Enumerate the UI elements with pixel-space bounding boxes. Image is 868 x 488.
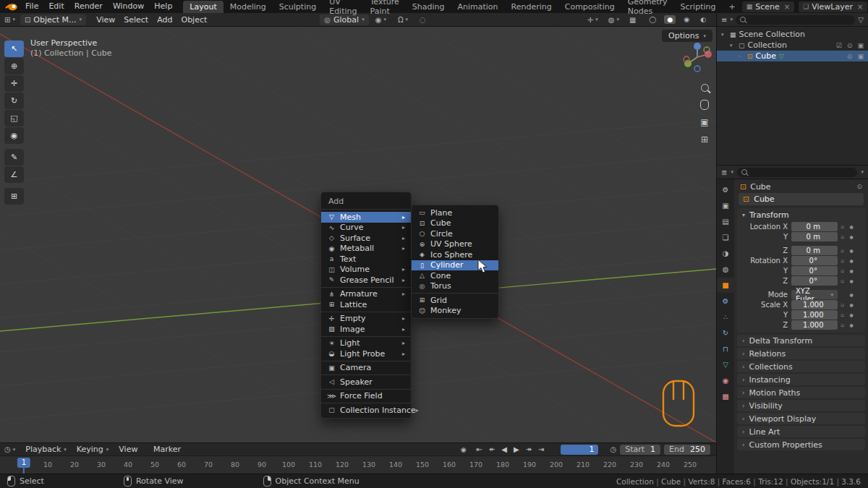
object-data-tab[interactable]: ▽	[717, 357, 735, 372]
transform-value-field[interactable]: 1.000 ▾	[791, 300, 838, 309]
viewport-menu[interactable]: Select	[119, 15, 153, 25]
transform-value-field[interactable]: XYZ Euler ▾	[791, 290, 838, 299]
transform-value-field[interactable]: 1.000 ▾	[791, 320, 838, 330]
menu-item-uv-sphere[interactable]: ⊕ UV Sphere	[412, 239, 498, 250]
scale-tool[interactable]: ◱	[4, 110, 24, 127]
menu-item-volume[interactable]: ◫ Volume ▸	[321, 265, 411, 275]
timeline-ruler[interactable]: 1020304050607080901001101201301401501601…	[0, 455, 716, 474]
menu-item-empty[interactable]: ✛ Empty ▸	[321, 314, 411, 325]
timeline-editor-selector[interactable]: ◷ ▾	[4, 445, 15, 453]
workspace-tab[interactable]: Layout	[183, 1, 223, 13]
decorate-icon[interactable]: ●	[847, 224, 856, 229]
disclosure-triangle-icon[interactable]: ▾	[730, 43, 736, 48]
outliner-row-scene-collection[interactable]: ▾ ▦ Scene Collection	[717, 29, 868, 40]
workspace-tab[interactable]: Sculpting	[273, 1, 323, 13]
menu-item-image[interactable]: ▨ Image ▸	[321, 324, 411, 337]
transform-value-field[interactable]: 0° ▾	[791, 266, 838, 275]
menu-item-plane[interactable]: ▭ Plane	[412, 207, 498, 218]
properties-search-input[interactable]	[737, 168, 858, 177]
collapsed-panel[interactable]: › Instancing	[737, 374, 865, 385]
material-preview-shading-button[interactable]: ◉	[681, 15, 692, 24]
workspace-tab[interactable]: Geometry Nodes	[621, 0, 674, 17]
transform-tool[interactable]: ◉	[4, 127, 24, 144]
lock-icon[interactable]: ▫	[838, 278, 847, 284]
pan-button[interactable]	[699, 99, 710, 111]
collapsed-panel[interactable]: › Viewport Display	[737, 413, 865, 424]
topbar-menu[interactable]: Edit	[43, 0, 69, 13]
transform-value-field[interactable]: 0° ▾	[791, 256, 838, 265]
disable-render-icon[interactable]: ▣	[857, 42, 864, 49]
gizmos-toggle[interactable]: ✛ ▾	[587, 16, 598, 24]
menu-item-text[interactable]: a Text ▸	[321, 254, 411, 265]
transform-value-field[interactable]: 0 m ▾	[791, 246, 838, 255]
output-tab[interactable]: ▤	[717, 214, 735, 229]
auto-keying-toggle[interactable]: ◉	[461, 446, 467, 453]
menu-item-cube[interactable]: ⊡ Cube	[412, 218, 498, 229]
collapsed-panel[interactable]: › Motion Paths	[737, 387, 865, 398]
menu-item-metaball[interactable]: ◉ Metaball ▸	[321, 244, 411, 254]
transform-value-field[interactable]: 0 m ▾	[791, 222, 838, 231]
viewlayer-selector[interactable]: ❏ ViewLayer ×	[799, 1, 867, 12]
workspace-tab[interactable]: Shading	[406, 1, 451, 13]
lock-icon[interactable]: ▫	[838, 302, 847, 308]
editor-type-selector[interactable]: ⊞ ▾	[4, 16, 15, 24]
overlays-toggle[interactable]: ◍ ▾	[608, 16, 619, 24]
navigation-gizmo[interactable]	[681, 40, 713, 73]
zoom-button[interactable]	[699, 82, 710, 93]
decorate-icon[interactable]: ●	[847, 302, 856, 307]
topbar-menu[interactable]: File	[20, 0, 43, 13]
menu-item-torus[interactable]: ◎ Torus	[412, 281, 498, 294]
rendered-shading-button[interactable]: ◐	[697, 15, 709, 24]
workspace-tab[interactable]: UV Editing	[323, 0, 363, 17]
menu-item-surface[interactable]: ◇ Surface ▸	[321, 233, 411, 244]
lock-icon[interactable]: ▫	[838, 234, 847, 240]
menu-item-force-field[interactable]: ⋙ Force Field ▸	[321, 391, 411, 404]
menu-item-light[interactable]: ☀ Light ▸	[321, 338, 411, 349]
close-icon[interactable]: ×	[857, 3, 863, 11]
current-frame-field[interactable]: 1	[561, 445, 598, 455]
view-layer-tab[interactable]: ❏	[717, 230, 735, 245]
viewport-3d[interactable]: User Perspective (1) Collection | Cube ↖…	[0, 27, 716, 442]
outliner-editor-icon[interactable]: ≡	[721, 16, 727, 24]
decorate-icon[interactable]: ●	[847, 248, 856, 253]
timeline-menu[interactable]: Marker ▾	[148, 445, 192, 454]
add-primitive-tool[interactable]: ⊞	[4, 188, 24, 205]
texture-tab[interactable]: ▩	[717, 389, 735, 404]
tool-tab[interactable]: ⚙	[717, 182, 735, 197]
transform-value-field[interactable]: 0 m ▾	[791, 232, 838, 241]
lock-icon[interactable]: ▫	[838, 322, 847, 328]
outliner-search-input[interactable]	[736, 15, 855, 25]
menu-item-curve[interactable]: ∿ Curve ▸	[321, 223, 411, 234]
move-tool[interactable]: ✛	[4, 75, 24, 92]
workspace-tab[interactable]: Animation	[451, 1, 504, 13]
decorate-icon[interactable]: ●	[847, 322, 856, 328]
jump-to-end-button[interactable]: ⇥	[537, 445, 545, 453]
collapsed-panel[interactable]: › Visibility	[737, 400, 865, 411]
topbar-menu[interactable]: Window	[108, 0, 149, 13]
collapsed-panel[interactable]: › Collections	[737, 361, 865, 372]
collapsed-panel[interactable]: › Custom Properties	[737, 439, 865, 450]
object-tab[interactable]: ■	[717, 278, 735, 293]
next-keyframe-button[interactable]: ↠	[525, 445, 532, 453]
properties-editor-icon[interactable]: ≣	[721, 168, 727, 176]
lock-icon[interactable]: ▫	[838, 268, 847, 274]
decorate-icon[interactable]: ●	[847, 258, 856, 263]
scene-tab[interactable]: ◑	[717, 246, 735, 261]
viewport-menu[interactable]: Add	[153, 15, 176, 25]
menu-item-grease-pencil[interactable]: ✎ Grease Pencil ▸	[321, 275, 411, 288]
object-name-field[interactable]: ⊡ Cube	[739, 193, 864, 205]
jump-to-start-button[interactable]: ⇤	[476, 445, 483, 453]
viewport-menu[interactable]: Object	[176, 15, 211, 25]
timeline-menu[interactable]: Playback ▾	[20, 445, 72, 454]
timeline-menu[interactable]: View ▾	[114, 445, 148, 454]
menu-item-collection-instance[interactable]: ▢ Collection Instance ▸	[321, 405, 411, 416]
outliner-row-cube[interactable]: › ⊡ Cube ▽ ⊙ ▣	[717, 51, 868, 61]
workspace-tab[interactable]: Compositing	[558, 1, 621, 13]
workspace-tab[interactable]: Modeling	[224, 1, 273, 13]
physics-tab[interactable]: ↻	[717, 325, 735, 341]
disable-render-icon[interactable]: ▣	[857, 53, 864, 60]
menu-item-armature[interactable]: ⋔ Armature ▸	[321, 289, 411, 300]
collapsed-panel[interactable]: › Line Art	[737, 426, 865, 437]
hide-eye-icon[interactable]: ⊙	[847, 53, 853, 60]
decorate-icon[interactable]: ●	[847, 292, 856, 297]
